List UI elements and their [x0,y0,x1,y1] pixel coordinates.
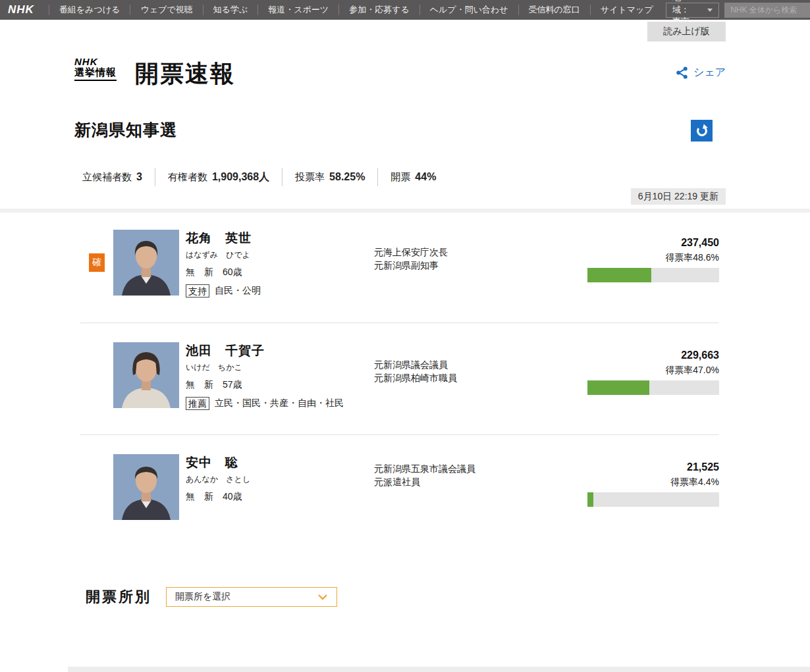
career-line: 元海上保安庁次長 [374,246,544,259]
candidate-photo [113,230,179,296]
nhk-senkyo-logo[interactable]: NHK 選挙情報 [74,57,117,81]
page: NHK 番組をみつける ウェブで視聴 知る学ぶ 報道・スポーツ 参加・応募する … [0,0,810,672]
candidate-photo [113,342,179,408]
share-label: シェア [693,66,726,80]
candidate-meta: 無 新 57歳 [186,379,374,391]
vote-bar-fill [587,380,649,395]
badge-column [80,454,113,546]
logo-senkyo-text: 選挙情報 [74,66,117,81]
career-line: 元新潟県柏崎市職員 [374,371,544,384]
stat-turnout: 投票率 58.25% [283,168,378,186]
candidate-name: 安中 聡 [186,454,374,471]
refresh-button[interactable] [691,120,713,142]
nav-right-group: 受信料の窓口 サイトマップ 地域：東京 [519,3,810,18]
brand-row: NHK 選挙情報 開票速報 シェア [74,57,726,90]
career-line: 元新潟県副知事 [374,259,544,272]
candidate-info: 池田 千賀子 いけだ ちかこ 無 新 57歳 推薦 立民・国民・共産・自由・社民 [186,342,374,434]
rate-value: 48.6% [693,252,719,263]
candidate-name: 花角 英世 [186,230,374,247]
candidate-kana: あんなか さとし [186,474,374,485]
rate-label: 得票率 [665,365,693,375]
stat-voters: 有権者数 1,909,368人 [155,168,283,186]
rate-label: 得票率 [670,477,698,487]
career-line: 元新潟県議会議員 [374,358,544,371]
candidate-photo [113,454,179,520]
share-button[interactable]: シェア [675,66,726,80]
nav-item-sitemap[interactable]: サイトマップ [590,5,663,15]
candidate-row: 確 花角 英世 はなずみ ひでよ 無 新 60歳 支持 自民・公明 [80,211,719,323]
candidate-result: 237,450 得票率48.6% [544,237,719,323]
candidate-result: 229,663 得票率47.0% [544,349,719,434]
vote-bar [587,492,719,507]
nav-item-help[interactable]: ヘルプ・問い合わせ [419,5,519,15]
refresh-icon [695,124,709,138]
candidate-meta: 無 新 60歳 [186,267,374,278]
endorsement: 推薦 立民・国民・共産・自由・社民 [186,397,374,410]
search-input[interactable] [724,3,810,18]
person-photo-placeholder [113,342,179,408]
station-section-title: 開票所別 [86,587,151,607]
election-stats: 立候補者数 3 有権者数 1,909,368人 投票率 58.25% 開票 44… [82,167,448,188]
candidate-kana: はなずみ ひでよ [186,249,374,261]
rate-value: 4.4% [698,477,719,487]
station-select[interactable]: 開票所を選択 [166,587,337,607]
footer-top-strip [68,667,810,672]
vote-rate: 得票率48.6% [544,252,719,264]
stat-candidates: 立候補者数 3 [82,168,155,186]
candidate-career: 元新潟県五泉市議会議員 元派遣社員 [374,462,544,546]
nav-item-participate[interactable]: 参加・応募する [338,5,419,15]
vote-bar [587,268,719,282]
endorse-type-tag: 支持 [186,284,209,297]
vote-count: 21,525 [544,461,719,473]
stat-label: 投票率 [295,171,325,184]
candidate-row: 池田 千賀子 いけだ ちかこ 無 新 57歳 推薦 立民・国民・共産・自由・社民… [80,323,719,434]
stat-label: 有権者数 [168,171,207,184]
nav-item-learn[interactable]: 知る学ぶ [203,5,258,15]
candidate-row: 安中 聡 あんなか さとし 無 新 40歳 元新潟県五泉市議会議員 元派遣社員 … [80,434,719,546]
badge-column [80,342,113,434]
endorse-type-tag: 推薦 [186,397,209,410]
candidate-kana: いけだ ちかこ [186,362,374,373]
elected-badge: 確 [89,253,105,272]
election-title: 新潟県知事選 [74,119,177,141]
nav-item-web-watch[interactable]: ウェブで視聴 [130,5,202,15]
rate-label: 得票率 [665,252,693,263]
read-aloud-button[interactable]: 読み上げ版 [647,22,726,41]
stat-value: 44% [415,171,436,183]
candidate-career: 元新潟県議会議員 元新潟県柏崎市職員 [374,358,544,434]
page-title: 開票速報 [135,58,235,90]
badge-column: 確 [80,230,113,323]
rate-value: 47.0% [693,365,719,375]
vote-bar-fill [587,492,593,507]
nav-item-news-sports[interactable]: 報道・スポーツ [257,5,338,15]
candidate-name: 池田 千賀子 [186,342,374,359]
station-section: 開票所別 開票所を選択 [86,587,337,607]
endorse-parties: 立民・国民・共産・自由・社民 [215,397,344,409]
vote-count: 237,450 [544,237,719,249]
stat-label: 開票 [391,171,410,184]
endorse-parties: 自民・公明 [215,284,261,296]
updated-timestamp: 6月10日 22:19 更新 [631,188,726,205]
nav-item-find-programs[interactable]: 番組をみつける [49,5,130,15]
candidate-info: 安中 聡 あんなか さとし 無 新 40歳 [186,454,374,546]
chevron-down-icon [317,594,328,600]
candidate-meta: 無 新 40歳 [186,491,374,503]
top-nav: NHK 番組をみつける ウェブで視聴 知る学ぶ 報道・スポーツ 参加・応募する … [0,0,810,20]
candidate-result: 21,525 得票率4.4% [544,461,719,546]
vote-bar [587,380,719,395]
person-photo-placeholder [113,454,179,520]
endorsement: 支持 自民・公明 [186,284,374,297]
vote-rate: 得票率47.0% [544,365,719,376]
share-icon [675,66,689,80]
region-dropdown[interactable]: 地域：東京 [666,3,719,18]
nhk-logo[interactable]: NHK [0,3,49,16]
caret-down-icon [707,9,713,12]
logo-nhk-text: NHK [74,57,117,66]
nav-item-fees[interactable]: 受信料の窓口 [519,5,590,15]
stat-value: 3 [136,171,142,183]
career-line: 元新潟県五泉市議会議員 [374,462,544,475]
election-title-row: 新潟県知事選 [74,119,726,141]
vote-bar-fill [587,268,651,282]
vote-rate: 得票率4.4% [544,477,719,488]
station-select-label: 開票所を選択 [175,591,230,603]
